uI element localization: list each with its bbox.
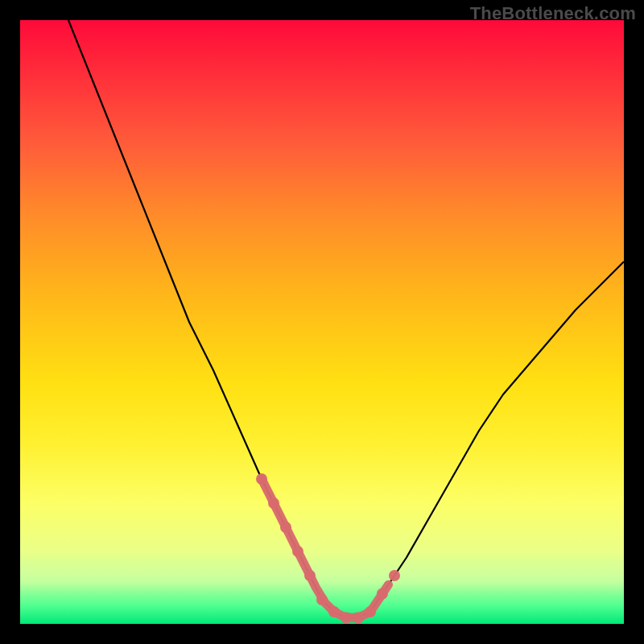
plot-area (20, 20, 624, 624)
highlight-bead (377, 588, 388, 600)
highlight-markers (256, 473, 400, 624)
bottleneck-curve (68, 20, 624, 618)
highlight-bead (304, 570, 316, 581)
watermark-text: TheBottleneck.com (470, 3, 636, 24)
outer-frame: TheBottleneck.com (0, 0, 644, 644)
chart-svg (20, 20, 624, 624)
highlight-bead (341, 613, 352, 624)
highlight-bead (389, 570, 400, 581)
highlight-bead (268, 497, 279, 509)
highlight-bead (292, 546, 303, 557)
highlight-bead (353, 613, 364, 624)
highlight-bead (365, 606, 376, 617)
highlight-bead (328, 606, 340, 617)
highlight-bead (256, 473, 267, 485)
highlight-bead (316, 594, 328, 605)
highlight-bead (280, 522, 291, 533)
